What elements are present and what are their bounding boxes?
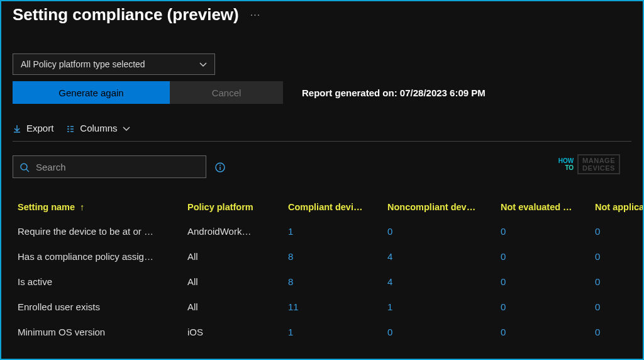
svg-point-2 xyxy=(219,164,221,166)
cell-compliant: 1 xyxy=(283,319,382,344)
cell-notapplicable: 0 xyxy=(590,218,644,244)
export-label: Export xyxy=(26,123,53,133)
watermark-how: HOW xyxy=(558,157,574,164)
svg-point-0 xyxy=(21,164,27,170)
cancel-button: Cancel xyxy=(170,81,283,104)
cell-platform: AndroidWork… xyxy=(182,218,283,244)
table-row[interactable]: Is activeAll8400 xyxy=(13,269,644,294)
platform-filter-dropdown[interactable]: All Policy platform type selected xyxy=(13,53,215,75)
columns-icon xyxy=(66,123,75,133)
platform-filter-label: All Policy platform type selected xyxy=(21,59,145,69)
sort-ascending-icon: ↑ xyxy=(80,202,84,212)
cell-compliant: 1 xyxy=(283,218,382,244)
cell-notapplicable: 0 xyxy=(590,319,644,344)
col-notevaluated[interactable]: Not evaluated … xyxy=(496,196,590,218)
compliance-table: Setting name ↑ Policy platform Compliant… xyxy=(13,196,644,344)
col-compliant[interactable]: Compliant devi… xyxy=(283,196,382,218)
table-row[interactable]: Has a compliance policy assig…All8400 xyxy=(13,244,644,269)
watermark: HOW TO MANAGE DEVICES xyxy=(558,154,620,174)
report-generated-label: Report generated on: 07/28/2023 6:09 PM xyxy=(302,87,486,98)
cell-notapplicable: 0 xyxy=(590,269,644,294)
cell-notevaluated: 0 xyxy=(496,244,590,269)
watermark-to: TO xyxy=(558,164,574,171)
columns-label: Columns xyxy=(80,123,117,133)
cell-platform: All xyxy=(182,294,283,319)
cell-noncompliant: 4 xyxy=(382,269,496,294)
cell-notevaluated: 0 xyxy=(496,319,590,344)
col-noncompliant[interactable]: Noncompliant dev… xyxy=(382,196,496,218)
cell-platform: iOS xyxy=(182,319,283,344)
table-row[interactable]: Minimum OS versioniOS1000 xyxy=(13,319,644,344)
col-setting-name[interactable]: Setting name ↑ xyxy=(13,196,182,218)
cell-compliant: 8 xyxy=(283,244,382,269)
columns-button[interactable]: Columns xyxy=(66,123,130,133)
cell-notevaluated: 0 xyxy=(496,218,590,244)
cell-notevaluated: 0 xyxy=(496,294,590,319)
watermark-manage: MANAGE xyxy=(582,157,615,164)
col-setting-name-label: Setting name xyxy=(18,202,75,212)
cell-noncompliant: 4 xyxy=(382,244,496,269)
search-icon xyxy=(19,161,30,172)
cell-noncompliant: 1 xyxy=(382,294,496,319)
cell-setting-name: Enrolled user exists xyxy=(13,294,182,319)
cell-setting-name: Has a compliance policy assig… xyxy=(13,244,182,269)
cell-noncompliant: 0 xyxy=(382,319,496,344)
cell-compliant: 11 xyxy=(283,294,382,319)
cell-setting-name: Minimum OS version xyxy=(13,319,182,344)
cell-noncompliant: 0 xyxy=(382,218,496,244)
cell-platform: All xyxy=(182,269,283,294)
cell-platform: All xyxy=(182,244,283,269)
table-row[interactable]: Enrolled user existsAll11100 xyxy=(13,294,644,319)
search-box[interactable] xyxy=(13,155,206,178)
cell-compliant: 8 xyxy=(283,269,382,294)
chevron-down-icon xyxy=(123,123,130,133)
cell-notevaluated: 0 xyxy=(496,269,590,294)
cell-setting-name: Require the device to be at or … xyxy=(13,218,182,244)
export-button[interactable]: Export xyxy=(13,123,53,133)
download-icon xyxy=(13,123,21,133)
page-title: Setting compliance (preview) xyxy=(13,5,239,25)
chevron-down-icon xyxy=(199,59,207,69)
generate-again-button[interactable]: Generate again xyxy=(13,81,170,104)
table-row[interactable]: Require the device to be at or …AndroidW… xyxy=(13,218,644,244)
more-actions-button[interactable]: ··· xyxy=(250,9,260,21)
info-icon[interactable] xyxy=(215,161,225,172)
search-input[interactable] xyxy=(36,162,199,172)
watermark-devices: DEVICES xyxy=(582,164,615,172)
col-notapplicable[interactable]: Not applicable… xyxy=(590,196,644,218)
cell-notapplicable: 0 xyxy=(590,294,644,319)
cell-setting-name: Is active xyxy=(13,269,182,294)
col-policy-platform[interactable]: Policy platform xyxy=(182,196,283,218)
cell-notapplicable: 0 xyxy=(590,244,644,269)
